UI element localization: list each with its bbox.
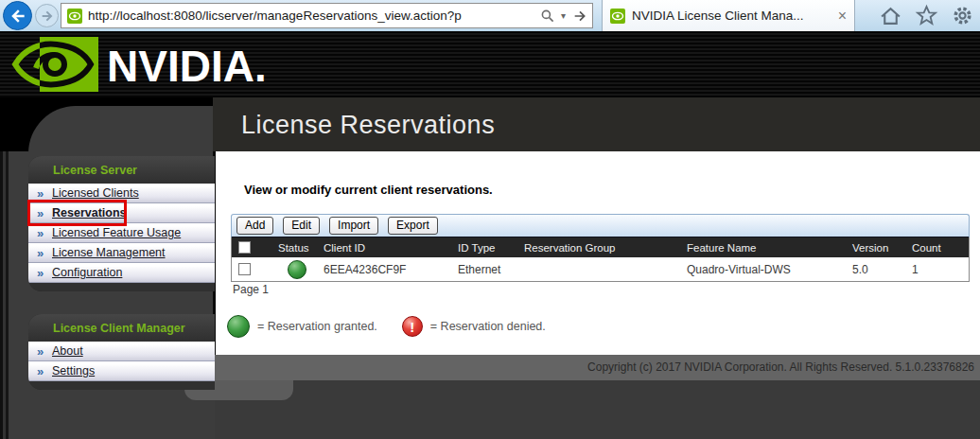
nvidia-eye-logo-icon [11,37,98,92]
add-button[interactable]: Add [236,217,273,235]
chevron-right-icon: » [37,246,52,260]
gear-settings-icon[interactable] [951,4,974,27]
sidebar-panel-footer [28,283,215,291]
sidebar-section-license-client-manager: License Client Manager » About » Setting… [28,314,215,390]
sidebar-item-licensed-feature-usage[interactable]: » Licensed Feature Usage [28,223,215,243]
legend-denied-icon: ! [402,316,423,337]
main-content: View or modify current client reservatio… [213,151,980,355]
go-arrow-icon[interactable] [571,9,588,24]
export-button[interactable]: Export [388,217,438,235]
caret-down-icon[interactable]: ▾ [561,10,566,21]
sidebar-section-title: License Server [28,156,215,184]
column-header-reservation-group: Reservation Group [522,242,685,254]
url-text[interactable]: http://localhost:8080/licserver/manageRe… [88,9,534,23]
column-header-feature-name: Feature Name [685,242,850,254]
sidebar-section-title: License Client Manager [28,314,215,342]
cell-client-id: 6EEA4236CF9F [322,263,456,276]
chevron-right-icon: » [37,266,52,280]
annotation-highlight-box [27,200,127,226]
arrow-right-icon [40,9,55,24]
reservations-toolbar: Add Edit Import Export [231,214,970,239]
pagination-label: Page 1 [233,283,269,296]
sidebar-link[interactable]: License Management [52,246,166,259]
column-header-count: Count [910,242,969,254]
back-button[interactable] [3,1,32,30]
cell-feature-name: Quadro-Virtual-DWS [685,263,850,276]
address-bar[interactable]: http://localhost:8080/licserver/manageRe… [61,3,593,28]
sidebar-link[interactable]: About [52,344,83,358]
browser-tab[interactable]: NVIDIA License Client Mana... × [602,0,855,31]
arrow-left-icon [9,7,27,26]
nvidia-masthead: NVIDIA. [0,31,980,97]
nvidia-favicon [610,9,625,24]
reservations-table: Status Client ID ID Type Reservation Gro… [231,237,970,282]
cell-version: 5.0 [850,263,910,276]
status-granted-icon [288,260,306,279]
sidebar-column: License Server » Licensed Clients » Rese… [0,97,215,439]
legend-granted-icon [227,315,250,338]
column-header-client-id: Client ID [322,242,456,254]
sidebar-panel-footer [28,381,215,390]
page-description: View or modify current client reservatio… [244,183,493,197]
sidebar-item-configuration[interactable]: » Configuration [28,263,215,283]
chevron-right-icon: » [37,186,52,201]
forward-button[interactable] [35,4,59,27]
column-header-version: Version [850,242,910,254]
import-button[interactable]: Import [329,217,378,235]
row-checkbox[interactable] [238,263,251,275]
home-icon[interactable] [879,4,902,27]
copyright-text: Copyright (c) 2017 NVIDIA Corporation. A… [587,360,974,374]
nvidia-favicon [67,9,82,24]
sidebar-link[interactable]: Settings [52,364,95,378]
sidebar-item-license-management[interactable]: » License Management [28,243,215,263]
sidebar-link[interactable]: Licensed Clients [52,186,139,200]
column-header-id-type: ID Type [456,242,522,254]
tab-close-button[interactable]: × [838,9,847,24]
chevron-right-icon: » [37,364,52,378]
footer-bar: Copyright (c) 2017 NVIDIA Corporation. A… [213,355,980,380]
nvidia-wordmark: NVIDIA. [107,41,267,92]
sidebar-link[interactable]: Licensed Feature Usage [52,226,181,239]
search-icon[interactable] [540,9,555,24]
table-header-row: Status Client ID ID Type Reservation Gro… [232,237,969,257]
select-all-checkbox[interactable] [238,241,251,254]
legend-denied-label: = Reservation denied. [430,320,546,333]
page-title-band: License Reservations [213,97,980,151]
chevron-right-icon: » [37,344,52,359]
star-favorites-icon[interactable] [915,4,938,27]
cell-count: 1 [910,263,969,276]
column-header-status: Status [276,242,322,254]
sidebar-item-about[interactable]: » About [28,342,215,361]
chevron-right-icon: » [37,226,52,240]
browser-chrome: http://localhost:8080/licserver/manageRe… [0,0,980,31]
sidebar-item-settings[interactable]: » Settings [28,361,215,381]
edit-button[interactable]: Edit [283,217,320,235]
tab-title: NVIDIA License Client Mana... [632,9,831,23]
chrome-toolbar-icons [879,0,974,31]
screen: http://localhost:8080/licserver/manageRe… [0,0,980,439]
table-row: 6EEA4236CF9F Ethernet Quadro-Virtual-DWS… [232,257,969,281]
sidebar-link[interactable]: Configuration [52,266,122,279]
status-legend: = Reservation granted. ! = Reservation d… [227,315,546,338]
legend-granted-label: = Reservation granted. [257,320,377,333]
page-title: License Reservations [241,97,980,153]
cell-id-type: Ethernet [456,263,522,276]
